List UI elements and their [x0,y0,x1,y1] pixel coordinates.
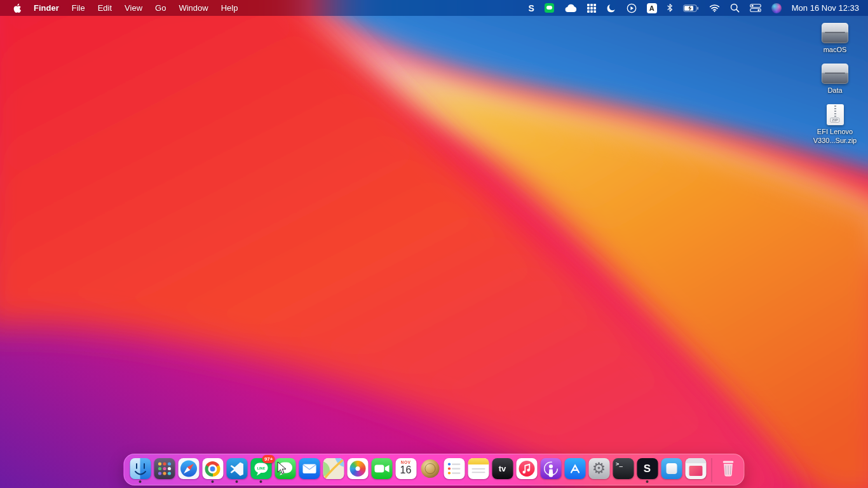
dock-notes[interactable] [467,457,490,483]
photos-pinwheel-glyph [349,461,365,477]
desktop-icon-zip-file[interactable]: ZIP EFI Lenovo V330...Sur.zip [806,104,864,144]
internal-drive-icon [822,23,848,43]
battery-icon[interactable] [683,0,699,16]
play-status-icon[interactable] [627,0,637,16]
dock-gold-app[interactable] [419,457,442,483]
zip-file-icon: ZIP [827,104,844,125]
dock-appstore[interactable] [564,457,587,483]
dock-safari[interactable] [177,457,200,483]
vscode-icon [226,458,247,479]
mail-envelope-glyph [299,458,320,479]
reminders-icon [444,458,465,479]
apple-logo-icon [13,3,21,13]
desktop-icon-column: macOS Data ZIP EFI Lenovo V330...Sur.zip [806,23,864,145]
dock-finder[interactable] [129,457,152,483]
dock-podcasts[interactable] [539,457,562,483]
desktop-icon-label: Data [827,86,842,95]
finder-face-glyph [130,458,151,479]
bluetooth-icon[interactable] [667,0,673,16]
dock-blue-app[interactable] [660,457,683,483]
menu-file[interactable]: File [65,0,92,16]
dock-system-preferences[interactable]: ⚙ [588,457,611,483]
menu-bar-clock[interactable]: Mon 16 Nov 12:33 [792,3,859,13]
podcasts-glyph [540,458,561,479]
facetime-icon [371,458,392,479]
wifi-icon[interactable] [709,0,720,16]
dock-launchpad[interactable] [153,457,176,483]
moon-status-icon[interactable] [606,0,616,16]
dock-photos[interactable] [346,457,369,483]
running-indicator [260,480,262,483]
dock-terminal[interactable]: >_ [612,457,635,483]
facetime-camera-glyph [371,458,392,479]
dock-vscode[interactable] [226,457,248,483]
dock-calendar[interactable]: NOV 16 [395,457,417,483]
menu-help[interactable]: Help [215,0,245,16]
grid-status-icon[interactable] [587,0,596,16]
cloud-status-icon[interactable] [564,0,577,16]
input-source-icon[interactable]: A [647,3,657,13]
gold-app-icon [419,458,440,479]
dock-facetime[interactable] [370,457,393,483]
dock-maps[interactable] [322,457,345,483]
desktop-icon-data-drive[interactable]: Data [806,64,864,95]
app-store-icon [564,458,585,479]
calendar-icon: NOV 16 [395,458,416,479]
dock-line[interactable]: LINE 97+ [250,457,273,483]
trash-icon [717,458,738,479]
siri-icon[interactable] [771,3,782,13]
music-icon [516,458,537,479]
desktop-wallpaper [0,0,868,488]
menu-go[interactable]: Go [149,0,172,16]
menu-edit[interactable]: Edit [92,0,118,16]
line-status-icon[interactable] [545,3,554,13]
calendar-month-text: NOV [401,460,411,464]
control-center-icon[interactable] [750,0,761,16]
menu-bar-status-area: S A [528,0,859,16]
surge-s-glyph: S [644,463,651,475]
dock-surge[interactable]: S [636,457,659,483]
calendar-day-text: 16 [400,464,412,476]
music-note-glyph [516,458,537,479]
zip-badge-text: ZIP [830,118,839,123]
apple-menu-icon[interactable] [6,0,27,16]
dock-mail[interactable] [298,457,321,483]
launchpad-icon [154,458,175,479]
reminders-list-glyph [444,458,465,479]
messages-bubble-glyph [275,458,295,479]
dock-tv[interactable]: tv [491,457,514,483]
menu-bar-left: Finder File Edit View Go Window Help [6,0,244,16]
dock-reminders[interactable] [443,457,466,483]
notes-icon [468,458,489,479]
desktop-icon-macos-drive[interactable]: macOS [806,23,864,54]
vscode-glyph [226,458,247,479]
chrome-icon [202,458,223,479]
notes-lines-glyph [468,458,489,479]
menu-window[interactable]: Window [172,0,214,16]
safari-compass-glyph [178,458,199,479]
maps-icon [323,458,344,479]
podcasts-icon [540,458,561,479]
menu-bar: Finder File Edit View Go Window Help S [0,0,868,16]
s-status-icon[interactable]: S [528,0,534,16]
dock-chrome[interactable] [201,457,224,483]
window-app-glyph [689,466,702,476]
running-indicator [236,480,238,483]
dock-window-app[interactable] [684,457,707,483]
desktop-icon-label: macOS [824,46,847,54]
spotlight-search-icon[interactable] [730,0,740,16]
terminal-prompt-glyph: >_ [616,461,623,467]
apple-tv-icon: tv [492,458,513,479]
tv-text-glyph: tv [499,464,506,473]
dock-trash[interactable] [717,457,740,483]
dock: LINE 97+ [124,454,745,485]
internal-drive-icon [822,64,848,84]
menu-app-name[interactable]: Finder [27,0,65,16]
menu-view[interactable]: View [118,0,149,16]
safari-icon [178,458,199,479]
mail-icon [299,458,320,479]
dock-music[interactable] [515,457,538,483]
dock-messages[interactable] [274,457,297,483]
messages-icon [275,458,295,479]
window-app-icon [685,458,706,479]
